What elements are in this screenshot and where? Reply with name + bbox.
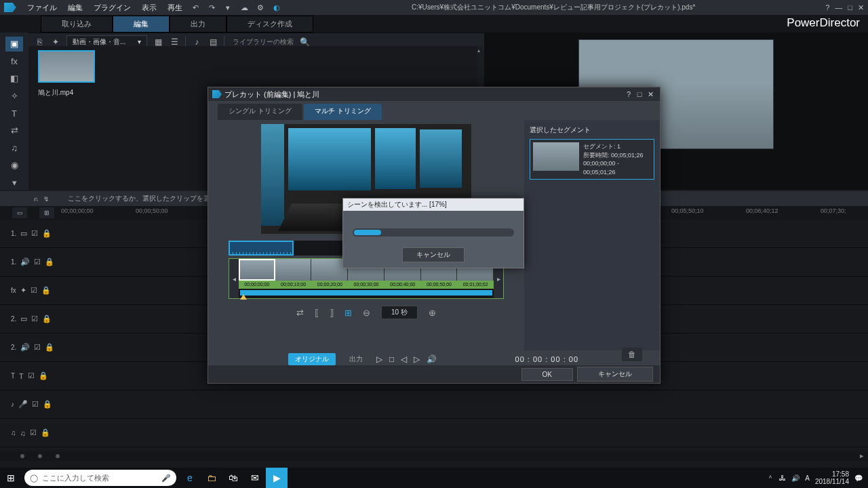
eye-icon[interactable]: ☑ xyxy=(30,428,37,437)
tool-icon[interactable]: ⎌ xyxy=(34,195,38,203)
clip-thumbnail[interactable] xyxy=(38,50,95,83)
filmstrip-frame[interactable] xyxy=(275,259,312,281)
cloud-icon[interactable]: ☁ xyxy=(239,3,249,12)
taskbar-search[interactable]: ◯ ここに入力して検索 🎤 xyxy=(24,470,176,486)
particle-room-icon[interactable]: ✧ xyxy=(5,89,23,104)
menu-view[interactable]: 表示 xyxy=(136,1,162,14)
close-icon[interactable]: ✕ xyxy=(858,3,864,12)
menu-plugin[interactable]: プラグイン xyxy=(88,1,136,14)
timeline-h-scrollbar[interactable]: ▸ xyxy=(0,451,868,461)
maximize-icon[interactable]: □ xyxy=(848,3,852,12)
scene-detect-icon[interactable]: ⊞ xyxy=(344,308,352,318)
lock-icon[interactable]: 🔒 xyxy=(42,314,52,323)
redo-icon[interactable]: ↷ xyxy=(207,3,216,12)
tray-ime-icon[interactable]: A xyxy=(805,474,810,482)
zoom-in-icon[interactable]: ⊕ xyxy=(429,308,436,318)
precut-titlebar[interactable]: プレカット (前編集) | 鳩と川 ? □ ✕ xyxy=(208,87,660,101)
transition-room-icon[interactable]: ⇄ xyxy=(5,123,23,138)
lock-icon[interactable]: 🔒 xyxy=(45,258,54,266)
tab-disc[interactable]: ディスク作成 xyxy=(226,16,313,33)
library-search[interactable]: ライブラリーの検索 xyxy=(230,37,294,47)
minimize-icon[interactable]: ― xyxy=(835,3,842,12)
undo-icon[interactable]: ↶ xyxy=(191,3,200,12)
ruler-mode-a[interactable]: ▭ xyxy=(12,207,27,218)
eye-icon[interactable]: ☑ xyxy=(34,343,41,352)
eye-icon[interactable]: ☑ xyxy=(34,258,41,266)
settings-gear-icon[interactable]: ⚙ xyxy=(256,3,265,12)
ok-button[interactable]: OK xyxy=(521,368,573,381)
zoom-level[interactable]: 10 秒 xyxy=(381,306,418,319)
menu-edit[interactable]: 編集 xyxy=(62,1,88,14)
filmstrip-selection[interactable] xyxy=(240,290,492,296)
mail-icon[interactable]: ✉ xyxy=(244,468,266,488)
eye-icon[interactable]: ☑ xyxy=(32,400,39,409)
filmstrip-frame[interactable] xyxy=(239,259,275,281)
stop-icon[interactable]: □ xyxy=(389,354,394,364)
tray-volume-icon[interactable]: 🔊 xyxy=(791,474,800,482)
tool-split-icon[interactable]: ↯ xyxy=(43,195,49,203)
store-icon[interactable]: 🛍 xyxy=(222,468,244,488)
ruler-mode-b[interactable]: ⊞ xyxy=(39,207,54,218)
play-icon[interactable]: ▷ xyxy=(376,354,382,364)
lock-icon[interactable]: 🔒 xyxy=(39,371,48,380)
taskbar-clock[interactable]: 17:582018/11/14 xyxy=(815,470,849,485)
tab-output[interactable]: 出力 xyxy=(170,16,226,33)
eye-icon[interactable]: ☑ xyxy=(31,314,38,323)
close-icon[interactable]: ✕ xyxy=(645,90,656,99)
segment-item[interactable]: セグメント: 1 所要時間: 00;05;01;26 00;00;00;00 -… xyxy=(530,139,654,180)
explorer-icon[interactable]: 🗀 xyxy=(201,468,222,488)
audio-room-icon[interactable]: ♫ xyxy=(5,140,23,155)
pip-room-icon[interactable]: ◧ xyxy=(5,71,23,86)
mark-in-icon[interactable]: ⟦ xyxy=(315,308,319,318)
tab-import[interactable]: 取り込み xyxy=(41,16,113,33)
eye-icon[interactable]: ☑ xyxy=(31,286,37,295)
chapter-room-icon[interactable]: ▾ xyxy=(5,176,23,190)
mark-out-icon[interactable]: ⟧ xyxy=(330,308,334,318)
fx-room-icon[interactable]: fx xyxy=(5,54,23,69)
menu-play[interactable]: 再生 xyxy=(162,1,188,14)
system-tray[interactable]: ＾ 🖧 🔊 A 17:582018/11/14 💬 xyxy=(767,470,868,485)
start-button-icon[interactable]: ⊞ xyxy=(0,468,22,488)
maximize-icon[interactable]: □ xyxy=(634,90,645,98)
lock-icon[interactable]: 🔒 xyxy=(45,343,54,352)
tray-network-icon[interactable]: 🖧 xyxy=(779,474,786,482)
progress-cancel-button[interactable]: キャンセル xyxy=(402,247,465,262)
playhead-marker-icon[interactable] xyxy=(240,294,247,300)
help-icon[interactable]: ? xyxy=(825,3,829,12)
delete-segment-icon[interactable]: 🗑 xyxy=(622,348,642,361)
tab-edit[interactable]: 編集 xyxy=(113,16,170,33)
music-track[interactable]: ♫♫☑🔒 xyxy=(0,419,868,447)
mic-icon[interactable]: 🎤 xyxy=(161,474,171,483)
voice-track[interactable]: ♪🎤☑🔒 xyxy=(0,390,868,419)
ai-icon[interactable]: ◐ xyxy=(272,3,281,12)
tray-chevron-icon[interactable]: ＾ xyxy=(767,473,774,483)
cancel-button[interactable]: キャンセル xyxy=(577,367,653,382)
filmstrip-prev-icon[interactable]: ◂ xyxy=(229,259,239,298)
swap-icon[interactable]: ⇄ xyxy=(296,308,304,318)
menu-file[interactable]: ファイル xyxy=(22,1,62,14)
help-icon[interactable]: ? xyxy=(623,90,634,98)
segment-name: セグメント: 1 xyxy=(583,142,651,151)
chip-original[interactable]: オリジナル xyxy=(288,353,336,365)
lock-icon[interactable]: 🔒 xyxy=(41,286,51,295)
voice-room-icon[interactable]: ◉ xyxy=(5,158,23,173)
zoom-out-icon[interactable]: ⊖ xyxy=(363,308,370,318)
save-icon[interactable]: ▾ xyxy=(223,3,233,12)
lock-icon[interactable]: 🔒 xyxy=(41,428,50,437)
lock-icon[interactable]: 🔒 xyxy=(42,229,52,238)
tab-multi-trim[interactable]: マルチ トリミング xyxy=(304,104,382,120)
media-room-icon[interactable]: ▣ xyxy=(5,37,23,52)
edge-icon[interactable]: e xyxy=(179,468,201,488)
chip-output[interactable]: 出力 xyxy=(342,353,370,365)
eye-icon[interactable]: ☑ xyxy=(28,371,35,380)
prev-frame-icon[interactable]: ◁ xyxy=(401,354,407,364)
lock-icon[interactable]: 🔒 xyxy=(43,400,52,409)
eye-icon[interactable]: ☑ xyxy=(31,229,38,238)
next-frame-icon[interactable]: ▷ xyxy=(414,354,420,364)
title-room-icon[interactable]: T xyxy=(5,106,23,121)
volume-icon[interactable]: 🔊 xyxy=(427,354,437,364)
notifications-icon[interactable]: 💬 xyxy=(854,474,863,482)
tab-single-trim[interactable]: シングル トリミング xyxy=(218,104,302,120)
powerdirector-taskbar-icon[interactable]: ▶ xyxy=(266,468,288,488)
mic-icon: 🎤 xyxy=(18,400,28,409)
